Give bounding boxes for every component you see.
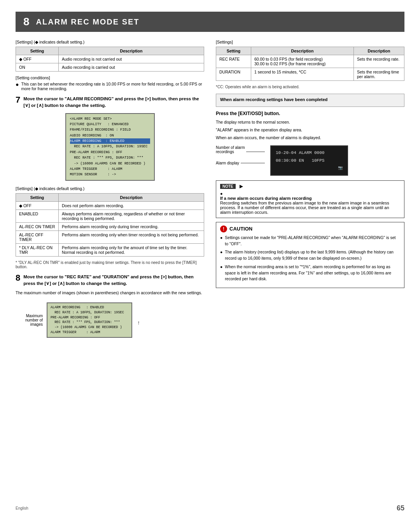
setting-duration: DURATION (216, 68, 251, 81)
table1-header-description: Description (59, 47, 204, 55)
label-num-recordings: Number of alarmrecordings (216, 145, 266, 154)
lcd-line: REC RATE : *** FPS, DURATION: *** (51, 320, 128, 325)
note-arrow: ▶ (240, 184, 243, 189)
disp-line-1: 10-20-04 ALARM 0000 (276, 149, 343, 157)
lcd-line: PRE-ALARM RECORDING : OFF (70, 150, 150, 155)
table3-header-description: Description (251, 47, 354, 55)
caution-bullet-2: ● (220, 249, 222, 262)
table2-header-setting: Setting (16, 193, 59, 201)
caution-header: ! CAUTION (220, 225, 400, 232)
disp-line-2: 08:30:00 EN 10FPS (276, 157, 343, 165)
label-alarm-display: Alarm display (216, 161, 266, 165)
table-row: DURATION 1 second to 15 minutes, *CC Set… (216, 68, 404, 81)
desc-enabled: Always performs alarm recording, regardl… (59, 210, 204, 222)
desc-duration-values: 1 second to 15 minutes, *CC (251, 68, 354, 81)
lcd-line: -> (16000 ALARMS CAN BE RECORDED ) (70, 161, 150, 166)
settings-label-3: [Settings] (216, 40, 404, 44)
caution-text-3: When the normal recording area is set to… (225, 264, 400, 282)
setting-enabled: ENABLED (16, 210, 59, 222)
conditions-section: [Setting conditions] ● This can be set w… (16, 75, 204, 91)
setting-on: ON (16, 63, 59, 72)
alarm-complete-title: When alarm recording settings have been … (220, 97, 400, 102)
caution-item-1: ● Settings cannot be made for "PRE-ALARM… (220, 235, 400, 247)
lcd-line: FRAME/FIELD RECORDING : FIELD (70, 127, 150, 133)
desc-on: Audio recording is carried out (59, 63, 204, 72)
caution-box: ! CAUTION ● Settings cannot be made for … (216, 222, 404, 288)
lcd-line: <ALARM REC MODE SET> (70, 116, 150, 122)
table-row: ◆ OFF Audio recording is not carried out (16, 55, 204, 63)
lcd-line: REC RATE : A 10FPS, DURATION: 19SEC (70, 144, 150, 149)
label-maximum: Maximum (16, 314, 43, 318)
caution-text-2: The alarm history (recording list) displ… (225, 249, 400, 262)
lcd2-label: Maximum number of images (16, 314, 43, 327)
lcd-line-highlighted: ALARM RECORDING : ENABLED (70, 138, 150, 144)
alarm-settings-table: Setting Description ◆ OFF Does not perfo… (16, 193, 204, 257)
table-row: ON Audio recording is carried out (16, 63, 204, 72)
caution-item-2: ● The alarm history (recording list) dis… (220, 249, 400, 262)
lcd-line: ALARM TRIGGER : ALARM (70, 166, 150, 172)
footer-language: English (16, 506, 28, 510)
chapter-header: 8 ALARM REC MODE SET (16, 12, 404, 32)
settings-label-1: [Settings] (◆ indicates default setting.… (16, 40, 204, 44)
lcd-line: ALARM RECORDING : ENABLED (51, 305, 128, 310)
lcd-line: REC RATE : A 10FPS, DURATION: 19SEC (51, 310, 128, 315)
footnote-1: * "DLY AL-REC ON TMR" is enabled just by… (16, 260, 204, 269)
note-box: NOTE ▶ ● If a new alarm occurs during al… (216, 180, 404, 218)
lcd-screen-2: ALARM RECORDING : ENABLED REC RATE : A 1… (47, 302, 132, 338)
lcd-line: ALARM TRIGGER : ALARM (51, 330, 128, 335)
page-footer: English 65 (16, 502, 404, 512)
label-number: number of (16, 318, 43, 322)
setting-off: ◆ OFF (16, 55, 59, 63)
alarm-occurs-text: When an alarm occurs, the number of alar… (216, 135, 404, 141)
desc-off2: Does not perform alarm recording. (59, 201, 204, 210)
chapter-title: ALARM REC MODE SET (36, 17, 140, 26)
caution-text-1: Settings cannot be made for "PRE-ALARM R… (225, 235, 400, 247)
table1-header-setting: Setting (16, 47, 59, 55)
footer-page-number: 65 (397, 504, 404, 512)
right-column: [Settings] Setting Description Descripti… (216, 40, 404, 494)
settings-label-2: [Settings] (◆ indicates default setting.… (16, 186, 204, 191)
table2-header-description: Description (59, 193, 204, 201)
setting-alrec-off: AL-REC OFF TIMER (16, 231, 59, 243)
caution-title: CAUTION (229, 226, 252, 232)
page: 8 ALARM REC MODE SET [Settings] (◆ indic… (0, 0, 420, 524)
table-row: ENABLED Always performs alarm recording,… (16, 210, 204, 222)
condition-item: ● This can be set whenever the recording… (16, 82, 204, 91)
lcd-line: AUDIO RECORDING : ON (70, 133, 150, 138)
table-row: ◆ OFF Does not perform alarm recording. (16, 201, 204, 210)
conditions-label: [Setting conditions] (16, 75, 204, 80)
desc-off: Audio recording is not carried out (59, 55, 204, 63)
setting-alrec-on: AL-REC ON TIMER (16, 222, 59, 231)
table3-header-desc2: Description (354, 47, 404, 55)
lcd-line: -> (16000 ALARMS CAN BE RECORDED ) (51, 325, 128, 330)
left-column: [Settings] (◆ indicates default setting.… (16, 40, 204, 494)
step-7-text: Move the cursor to "ALARM RECORDING" and… (23, 96, 204, 109)
caution-icon: ! (220, 225, 227, 232)
connector-line (246, 152, 265, 152)
desc-duration-desc: Sets the recording time per alarm. (354, 68, 404, 81)
chapter-number: 8 (23, 16, 30, 28)
alarm-display-screen: 10-20-04 ALARM 0000 08:30:00 EN 10FPS 📷 (270, 145, 348, 176)
alarm-complete-box: When alarm recording settings have been … (216, 94, 404, 107)
label-images: images (16, 322, 43, 327)
desc-dly: Performs alarm recording only for the am… (59, 243, 204, 256)
step-8-block: 8 Move the cursor to "REC RATE" and "DUR… (16, 274, 204, 341)
camera-icon: 📷 (276, 165, 343, 172)
desc-rec-rate-values: 60.00 to 0.03 FPS (for field recording)3… (251, 55, 354, 68)
lcd-line: PICTURE QUALITY : ENHANCED (70, 122, 150, 127)
setting-rec-rate: REC RATE (216, 55, 251, 68)
table-row: * DLY AL-REC ON TMR Performs alarm recor… (16, 243, 204, 256)
audio-settings-table: Setting Description ◆ OFF Audio recordin… (16, 47, 204, 72)
desc-rec-rate-desc: Sets the recording rate. (354, 55, 404, 68)
table-row: AL-REC OFF TIMER Performs alarm recordin… (16, 231, 204, 243)
lcd-line: PRE-ALARM RECORDING : OFF (51, 315, 128, 320)
note-text: Recording switches from the previous ala… (220, 201, 389, 215)
caution-item-3: ● When the normal recording area is set … (220, 264, 400, 282)
bullet-icon: ● (16, 82, 19, 91)
lcd-line: REC RATE : *** FPS, DURATION: *** (70, 155, 150, 161)
rec-rate-table: Setting Description Description REC RATE… (216, 47, 404, 81)
caution-bullet-3: ● (220, 264, 222, 282)
connector-line2 (241, 163, 265, 163)
main-content: [Settings] (◆ indicates default setting.… (16, 40, 404, 494)
step-8-desc: The maximum number of images (shown in p… (16, 290, 204, 296)
